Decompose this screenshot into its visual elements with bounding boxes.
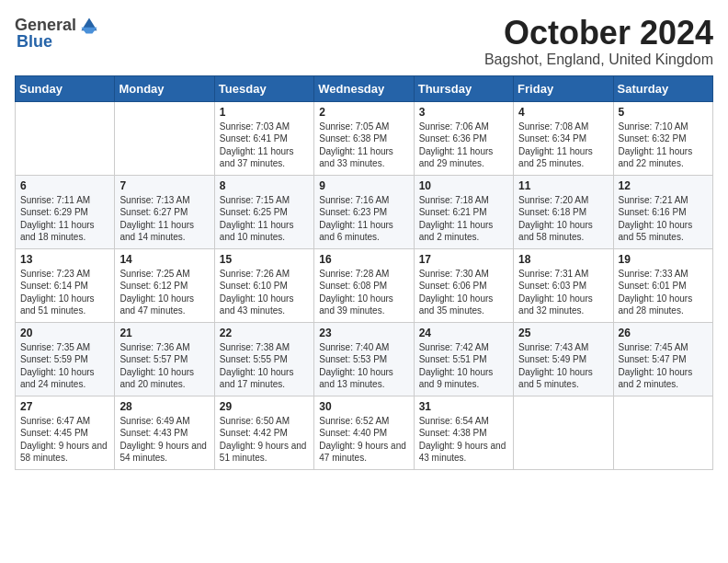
calendar-cell: 4Sunrise: 7:08 AM Sunset: 6:34 PM Daylig… [514, 101, 613, 175]
day-info: Sunrise: 6:52 AM Sunset: 4:40 PM Dayligh… [319, 415, 408, 465]
day-info: Sunrise: 7:16 AM Sunset: 6:23 PM Dayligh… [319, 194, 408, 244]
calendar-cell: 17Sunrise: 7:30 AM Sunset: 6:06 PM Dayli… [414, 248, 513, 322]
week-row-2: 6Sunrise: 7:11 AM Sunset: 6:29 PM Daylig… [16, 175, 713, 248]
day-info: Sunrise: 7:21 AM Sunset: 6:16 PM Dayligh… [619, 194, 708, 244]
day-number: 11 [518, 179, 608, 192]
day-info: Sunrise: 7:06 AM Sunset: 6:36 PM Dayligh… [419, 121, 508, 170]
day-info: Sunrise: 7:30 AM Sunset: 6:06 PM Dayligh… [419, 268, 508, 317]
day-number: 1 [220, 106, 309, 119]
day-info: Sunrise: 7:45 AM Sunset: 5:47 PM Dayligh… [619, 341, 708, 391]
logo: General Blue [15, 15, 100, 52]
week-row-3: 13Sunrise: 7:23 AM Sunset: 6:14 PM Dayli… [16, 248, 713, 322]
week-row-4: 20Sunrise: 7:35 AM Sunset: 5:59 PM Dayli… [16, 322, 713, 396]
day-info: Sunrise: 7:40 AM Sunset: 5:53 PM Dayligh… [319, 341, 408, 391]
day-header-wednesday: Wednesday [314, 75, 414, 101]
day-number: 4 [518, 106, 608, 119]
day-number: 5 [619, 106, 708, 119]
week-row-5: 27Sunrise: 6:47 AM Sunset: 4:45 PM Dayli… [16, 396, 713, 469]
calendar-cell: 22Sunrise: 7:38 AM Sunset: 5:55 PM Dayli… [214, 322, 313, 396]
logo-icon [78, 15, 100, 37]
day-number: 20 [20, 327, 109, 339]
day-info: Sunrise: 7:43 AM Sunset: 5:49 PM Dayligh… [518, 341, 608, 391]
month-title: October 2024 [484, 15, 713, 52]
day-info: Sunrise: 7:18 AM Sunset: 6:21 PM Dayligh… [419, 194, 508, 244]
day-header-thursday: Thursday [414, 75, 513, 101]
calendar-cell: 7Sunrise: 7:13 AM Sunset: 6:27 PM Daylig… [115, 175, 214, 248]
day-info: Sunrise: 7:05 AM Sunset: 6:38 PM Dayligh… [319, 121, 408, 170]
day-info: Sunrise: 6:47 AM Sunset: 4:45 PM Dayligh… [20, 415, 109, 465]
calendar-cell: 30Sunrise: 6:52 AM Sunset: 4:40 PM Dayli… [314, 396, 414, 469]
location: Bagshot, England, United Kingdom [484, 52, 713, 68]
day-number: 3 [419, 106, 508, 119]
calendar-cell: 21Sunrise: 7:36 AM Sunset: 5:57 PM Dayli… [115, 322, 214, 396]
day-info: Sunrise: 6:54 AM Sunset: 4:38 PM Dayligh… [419, 415, 508, 465]
day-number: 17 [419, 253, 508, 266]
day-number: 15 [220, 253, 309, 266]
day-info: Sunrise: 7:13 AM Sunset: 6:27 PM Dayligh… [119, 194, 209, 244]
day-number: 16 [319, 253, 408, 266]
day-number: 28 [119, 400, 209, 413]
day-info: Sunrise: 7:35 AM Sunset: 5:59 PM Dayligh… [20, 341, 109, 391]
day-number: 10 [419, 179, 508, 192]
calendar-cell: 19Sunrise: 7:33 AM Sunset: 6:01 PM Dayli… [613, 248, 712, 322]
calendar-cell: 12Sunrise: 7:21 AM Sunset: 6:16 PM Dayli… [613, 175, 712, 248]
day-number: 31 [419, 400, 508, 413]
day-number: 24 [419, 327, 508, 339]
day-info: Sunrise: 7:28 AM Sunset: 6:08 PM Dayligh… [319, 268, 408, 317]
calendar-cell: 9Sunrise: 7:16 AM Sunset: 6:23 PM Daylig… [314, 175, 414, 248]
calendar-cell: 26Sunrise: 7:45 AM Sunset: 5:47 PM Dayli… [613, 322, 712, 396]
calendar-cell [16, 101, 115, 175]
day-number: 6 [20, 179, 109, 192]
calendar-cell: 15Sunrise: 7:26 AM Sunset: 6:10 PM Dayli… [214, 248, 313, 322]
calendar-cell: 31Sunrise: 6:54 AM Sunset: 4:38 PM Dayli… [414, 396, 513, 469]
day-number: 12 [619, 179, 708, 192]
week-row-1: 1Sunrise: 7:03 AM Sunset: 6:41 PM Daylig… [16, 101, 713, 175]
calendar-cell: 3Sunrise: 7:06 AM Sunset: 6:36 PM Daylig… [414, 101, 513, 175]
calendar-cell: 6Sunrise: 7:11 AM Sunset: 6:29 PM Daylig… [16, 175, 115, 248]
day-number: 29 [220, 400, 309, 413]
day-number: 19 [619, 253, 708, 266]
calendar-table: SundayMondayTuesdayWednesdayThursdayFrid… [15, 75, 713, 470]
svg-marker-1 [81, 28, 97, 34]
day-number: 18 [518, 253, 608, 266]
day-info: Sunrise: 7:20 AM Sunset: 6:18 PM Dayligh… [518, 194, 608, 244]
day-info: Sunrise: 6:50 AM Sunset: 4:42 PM Dayligh… [220, 415, 309, 465]
day-info: Sunrise: 7:33 AM Sunset: 6:01 PM Dayligh… [619, 268, 708, 317]
calendar-cell: 8Sunrise: 7:15 AM Sunset: 6:25 PM Daylig… [214, 175, 313, 248]
calendar-cell: 25Sunrise: 7:43 AM Sunset: 5:49 PM Dayli… [514, 322, 613, 396]
calendar-cell [613, 396, 712, 469]
day-info: Sunrise: 7:08 AM Sunset: 6:34 PM Dayligh… [518, 121, 608, 170]
calendar-cell: 10Sunrise: 7:18 AM Sunset: 6:21 PM Dayli… [414, 175, 513, 248]
day-header-saturday: Saturday [613, 75, 712, 101]
day-number: 9 [319, 179, 408, 192]
day-info: Sunrise: 6:49 AM Sunset: 4:43 PM Dayligh… [119, 415, 209, 465]
calendar-cell: 18Sunrise: 7:31 AM Sunset: 6:03 PM Dayli… [514, 248, 613, 322]
day-number: 7 [119, 179, 209, 192]
calendar-cell: 27Sunrise: 6:47 AM Sunset: 4:45 PM Dayli… [16, 396, 115, 469]
day-number: 21 [119, 327, 209, 339]
day-number: 14 [119, 253, 209, 266]
calendar-cell: 1Sunrise: 7:03 AM Sunset: 6:41 PM Daylig… [214, 101, 313, 175]
calendar-cell [514, 396, 613, 469]
calendar-cell: 20Sunrise: 7:35 AM Sunset: 5:59 PM Dayli… [16, 322, 115, 396]
day-info: Sunrise: 7:25 AM Sunset: 6:12 PM Dayligh… [119, 268, 209, 317]
day-info: Sunrise: 7:26 AM Sunset: 6:10 PM Dayligh… [220, 268, 309, 317]
day-number: 8 [220, 179, 309, 192]
day-number: 2 [319, 106, 408, 119]
calendar-cell: 11Sunrise: 7:20 AM Sunset: 6:18 PM Dayli… [514, 175, 613, 248]
day-info: Sunrise: 7:10 AM Sunset: 6:32 PM Dayligh… [619, 121, 708, 170]
day-header-monday: Monday [115, 75, 214, 101]
day-header-sunday: Sunday [16, 75, 115, 101]
title-block: October 2024 Bagshot, England, United Ki… [484, 15, 713, 68]
page-header: General Blue October 2024 Bagshot, Engla… [15, 15, 713, 68]
day-header-tuesday: Tuesday [214, 75, 313, 101]
day-info: Sunrise: 7:38 AM Sunset: 5:55 PM Dayligh… [220, 341, 309, 391]
day-number: 23 [319, 327, 408, 339]
day-number: 25 [518, 327, 608, 339]
calendar-cell: 2Sunrise: 7:05 AM Sunset: 6:38 PM Daylig… [314, 101, 414, 175]
day-header-friday: Friday [514, 75, 613, 101]
day-info: Sunrise: 7:31 AM Sunset: 6:03 PM Dayligh… [518, 268, 608, 317]
day-number: 26 [619, 327, 708, 339]
calendar-cell: 13Sunrise: 7:23 AM Sunset: 6:14 PM Dayli… [16, 248, 115, 322]
calendar-cell: 28Sunrise: 6:49 AM Sunset: 4:43 PM Dayli… [115, 396, 214, 469]
